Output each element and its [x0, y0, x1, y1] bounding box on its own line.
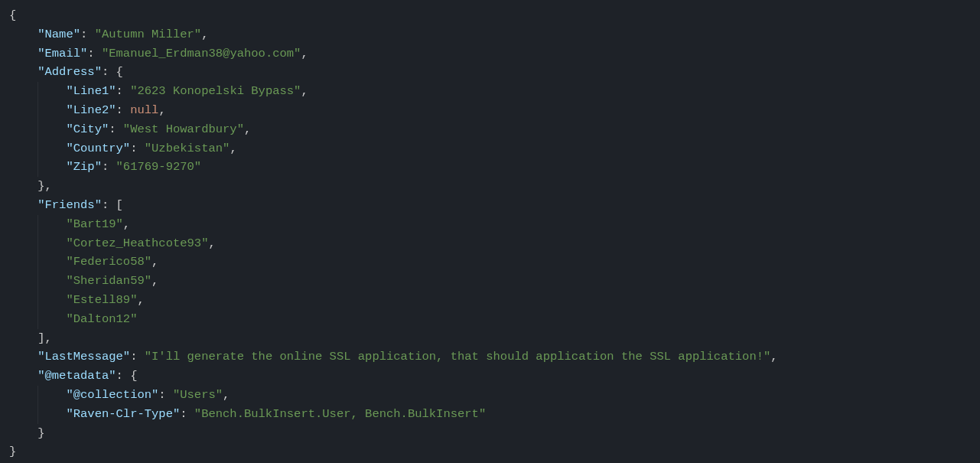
- json-string: "Estell89": [66, 293, 137, 307]
- code-line: "@collection": "Users",: [9, 386, 980, 405]
- json-punctuation: :: [116, 84, 131, 98]
- json-key: "@collection": [66, 388, 158, 402]
- indent-guide: [37, 101, 38, 120]
- indent: [9, 369, 37, 383]
- code-line: "LastMessage": "I'll generate the online…: [9, 347, 980, 367]
- json-string: "Autumn Miller": [95, 28, 202, 41]
- code-line: "Address": {: [9, 63, 980, 82]
- json-punctuation: ,: [770, 350, 777, 364]
- json-key: "@metadata": [37, 369, 116, 383]
- code-line: "Sheridan59",: [9, 272, 980, 291]
- json-key: "Zip": [66, 160, 102, 174]
- json-string: "West Howardbury": [123, 122, 244, 136]
- code-line: }: [9, 424, 980, 443]
- json-punctuation: }: [37, 426, 44, 440]
- json-string: "Uzbekistan": [145, 142, 230, 155]
- code-line: "Line1": "2623 Konopelski Bypass",: [9, 82, 980, 101]
- json-key: "LastMessage": [37, 350, 130, 364]
- json-key: "City": [66, 122, 109, 136]
- json-punctuation: ,: [223, 388, 230, 402]
- json-string: "Dalton12": [66, 312, 137, 326]
- json-punctuation: ,: [151, 274, 158, 288]
- json-string: "Federico58": [66, 255, 151, 269]
- json-string: "Cortez_Heathcote93": [66, 236, 208, 250]
- json-punctuation: :: [102, 198, 116, 212]
- json-key: "Address": [37, 65, 102, 79]
- indent-guide: [37, 405, 38, 424]
- json-null: null: [130, 103, 158, 117]
- json-key: "Email": [37, 47, 87, 60]
- json-string: "Bart19": [66, 217, 122, 231]
- json-punctuation: :: [109, 122, 123, 136]
- json-key: "Raven-Clr-Type": [66, 407, 180, 421]
- code-line: "City": "West Howardbury",: [9, 120, 980, 139]
- json-punctuation: ,: [244, 122, 251, 136]
- indent-guide: [37, 158, 38, 177]
- code-line: ],: [9, 329, 980, 348]
- json-punctuation: :: [102, 65, 116, 79]
- json-punctuation: {: [130, 369, 137, 383]
- code-line: "@metadata": {: [9, 367, 980, 386]
- json-punctuation: },: [37, 179, 52, 193]
- indent-guide: [37, 253, 38, 272]
- code-line: {: [9, 6, 980, 25]
- json-punctuation: :: [180, 407, 194, 421]
- json-punctuation: {: [116, 65, 123, 79]
- json-string: "I'll generate the online SSL applicatio…: [145, 350, 771, 364]
- indent: [9, 47, 37, 60]
- json-punctuation: ,: [301, 84, 308, 98]
- json-punctuation: :: [158, 388, 173, 402]
- json-punctuation: ],: [37, 331, 52, 345]
- json-punctuation: ,: [123, 217, 130, 231]
- json-string: "Sheridan59": [66, 274, 151, 288]
- json-key: "Country": [66, 142, 130, 155]
- indent-guide: [37, 291, 38, 310]
- json-punctuation: {: [9, 8, 16, 22]
- json-punctuation: :: [87, 47, 102, 60]
- indent: [9, 331, 37, 345]
- json-punctuation: :: [80, 28, 95, 41]
- code-line: "Cortez_Heathcote93",: [9, 234, 980, 253]
- indent-guide: [37, 310, 38, 329]
- json-punctuation: :: [116, 103, 131, 117]
- indent-guide: [37, 272, 38, 291]
- code-line: "Name": "Autumn Miller",: [9, 25, 980, 44]
- json-punctuation: :: [102, 160, 116, 174]
- code-line: },: [9, 177, 980, 196]
- json-key: "Line2": [66, 103, 116, 117]
- json-punctuation: ,: [158, 103, 165, 117]
- code-line: }: [9, 442, 980, 461]
- json-punctuation: ,: [230, 142, 236, 155]
- json-punctuation: ,: [301, 47, 308, 60]
- indent: [9, 426, 37, 440]
- json-string: "61769-9270": [116, 160, 202, 174]
- json-punctuation: ,: [137, 293, 144, 307]
- json-punctuation: :: [130, 142, 145, 155]
- json-punctuation: :: [116, 369, 131, 383]
- code-line: "Friends": [: [9, 196, 980, 215]
- code-line: "Email": "Emanuel_Erdman38@yahoo.com",: [9, 44, 980, 64]
- code-line: "Raven-Clr-Type": "Bench.BulkInsert.User…: [9, 405, 980, 424]
- json-key: "Line1": [66, 84, 116, 98]
- indent: [9, 65, 37, 79]
- code-line: "Line2": null,: [9, 101, 980, 120]
- json-punctuation: ,: [151, 255, 158, 269]
- indent: [9, 350, 37, 364]
- indent: [9, 179, 37, 193]
- json-key: "Friends": [37, 198, 102, 212]
- indent-guide: [37, 139, 38, 158]
- json-string: "Emanuel_Erdman38@yahoo.com": [102, 47, 301, 60]
- indent-guide: [37, 386, 38, 405]
- indent: [9, 198, 37, 212]
- indent: [9, 28, 37, 41]
- json-string: "Bench.BulkInsert.User, Bench.BulkInsert…: [194, 407, 486, 421]
- code-line: "Dalton12": [9, 310, 980, 329]
- indent-guide: [37, 82, 38, 101]
- json-punctuation: ,: [208, 236, 215, 250]
- indent-guide: [37, 215, 38, 234]
- indent-guide: [37, 120, 38, 139]
- json-string: "Users": [173, 388, 223, 402]
- json-key: "Name": [37, 28, 80, 41]
- json-string: "2623 Konopelski Bypass": [130, 84, 301, 98]
- code-editor[interactable]: { "Name": "Autumn Miller", "Email": "Ema…: [0, 0, 980, 463]
